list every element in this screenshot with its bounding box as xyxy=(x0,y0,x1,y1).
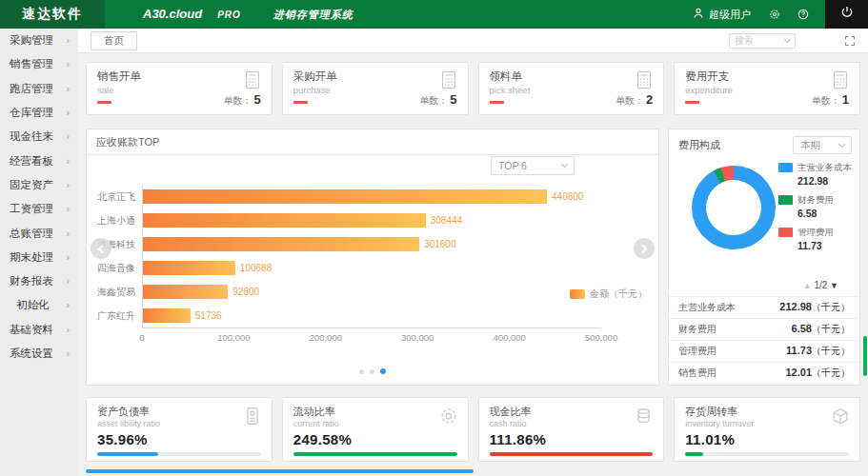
sidebar-item-label: 现金往来 xyxy=(10,129,53,144)
chevron-right-icon: › xyxy=(66,131,70,142)
id-card-icon xyxy=(242,406,263,430)
logout-power-button[interactable] xyxy=(825,0,868,29)
product-edition: PRO xyxy=(217,10,241,20)
chevron-down-icon xyxy=(784,35,791,42)
count-label: 单数： xyxy=(224,95,252,106)
chart-legend: 金额（千元） xyxy=(570,288,647,301)
chevron-right-icon: › xyxy=(66,348,70,359)
search-input[interactable] xyxy=(735,35,775,46)
bar-category-label: 北京正飞 xyxy=(96,190,142,204)
period-select[interactable]: 本期 xyxy=(793,136,852,154)
sidebar-item-general-ledger[interactable]: 总账管理› xyxy=(0,221,78,245)
sidebar-item-basic-data[interactable]: 基础资料› xyxy=(0,318,78,342)
chevron-right-icon: › xyxy=(66,252,70,263)
x-tick: 100,000 xyxy=(217,332,250,343)
kpi-value: 249.58% xyxy=(293,431,457,447)
kpi-cash-ratio[interactable]: 现金比率 cash ratio 111.86% xyxy=(478,397,665,462)
sidebar-item-cash-flow[interactable]: 现金往来› xyxy=(0,125,78,149)
expense-legend-swatch xyxy=(778,163,793,172)
receivable-bar-fill xyxy=(143,189,547,204)
sidebar-item-payroll-mgmt[interactable]: 工资管理› xyxy=(0,197,78,221)
kpi-inventory-turnover[interactable]: 存货周转率 inventory turnover 11.01% xyxy=(674,397,860,462)
bar-value-label: 100688 xyxy=(240,263,272,273)
help-icon[interactable] xyxy=(797,8,810,21)
receivable-bar-fill xyxy=(143,285,228,299)
bar-row: 洪海科技 301600 xyxy=(96,232,601,256)
card-sale-order[interactable]: 销售开单 sale 单数：5 xyxy=(86,62,273,115)
sidebar-item-business-board[interactable]: 经营看板› xyxy=(0,149,78,172)
carousel-dot-active[interactable] xyxy=(380,368,386,374)
sidebar-item-label: 期末处理 xyxy=(10,250,53,265)
card-title: 采购开单 xyxy=(293,69,457,84)
carousel-dot[interactable] xyxy=(370,369,374,374)
kpi-progress-fill xyxy=(293,452,457,456)
sidebar-item-period-end[interactable]: 期末处理› xyxy=(0,246,78,269)
kpi-progress-fill xyxy=(685,452,703,456)
bar-row: 北京正飞 440800 xyxy=(96,185,601,208)
expense-name: 管理费用 xyxy=(678,345,717,358)
chevron-down-icon xyxy=(838,140,845,147)
sidebar-item-initialization[interactable]: 初始化› xyxy=(0,293,78,317)
horizontal-scrollbar[interactable] xyxy=(86,469,474,473)
top-n-value: TOP 6 xyxy=(498,160,527,171)
kpi-current-ratio[interactable]: 流动比率 current ratio 249.58% xyxy=(282,397,469,462)
sidebar-item-store-visit-mgmt[interactable]: 跑店管理› xyxy=(0,77,78,101)
settings-icon[interactable] xyxy=(768,8,781,21)
carousel-next-button[interactable] xyxy=(634,238,655,259)
tab-home[interactable]: 首页 xyxy=(91,31,137,50)
invoice-calculator-icon xyxy=(242,69,263,94)
fullscreen-icon[interactable] xyxy=(844,35,856,47)
pager-up-icon[interactable]: ▲ xyxy=(803,281,812,290)
kpi-title: 流动比率 xyxy=(293,405,457,419)
summary-cards-row: 销售开单 sale 单数：5 采购开单 purchase 单数：5 领料单 pi… xyxy=(86,62,860,115)
legend-name: 管理费用 xyxy=(797,227,834,239)
x-tick: 0 xyxy=(139,332,144,343)
bar-category-label: 海鑫贸易 xyxy=(96,286,142,299)
kpi-progress-fill xyxy=(490,452,654,456)
card-purchase-order[interactable]: 采购开单 purchase 单数：5 xyxy=(282,62,469,115)
expense-row: 管理费用 11.73（千元） xyxy=(669,340,859,362)
kpi-value: 11.01% xyxy=(685,431,849,447)
card-title: 费用开支 xyxy=(685,69,849,84)
sidebar-item-financial-reports[interactable]: 财务报表› xyxy=(0,269,78,293)
carousel-prev-button[interactable] xyxy=(91,238,111,259)
bar-category-label: 广东红升 xyxy=(96,309,142,323)
carousel-dot[interactable] xyxy=(359,369,364,374)
topbar-right: 超级用户 xyxy=(692,0,868,29)
topbar: 速达软件 A30.cloud PRO 进销存管理系统 超级用户 xyxy=(0,0,868,29)
bar-category-label: 四海音像 xyxy=(96,262,142,275)
vertical-scrollbar[interactable] xyxy=(863,336,867,376)
count-badge: 单数：2 xyxy=(616,92,653,108)
sidebar-item-warehouse-mgmt[interactable]: 仓库管理› xyxy=(0,101,78,125)
bar-row: 广东红升 51736 xyxy=(96,304,601,327)
expense-legend-swatch xyxy=(778,228,793,237)
sidebar-item-label: 仓库管理 xyxy=(10,106,53,120)
pager-down-icon[interactable]: ▼ xyxy=(830,281,838,290)
main-content: 销售开单 sale 单数：5 采购开单 purchase 单数：5 领料单 pi… xyxy=(78,53,868,476)
legend-pager: ▲ 1/2 ▼ xyxy=(669,280,859,293)
tab-bar: 首页 xyxy=(78,29,868,53)
expense-value: 11.73 xyxy=(786,345,812,356)
expense-unit: （千元） xyxy=(812,367,850,378)
kpi-progress-track xyxy=(490,452,654,456)
expense-panel: 费用构成 本期 主营业务成本 212.98 财务费用 xyxy=(668,129,860,386)
kpi-title: 存货周转率 xyxy=(685,405,849,419)
brand: A30.cloud PRO 进销存管理系统 xyxy=(143,7,353,22)
x-axis: 0 100,000 200,000 300,000 400,000 500,00… xyxy=(142,327,601,343)
carousel-dots xyxy=(359,368,386,374)
sidebar-item-system-settings[interactable]: 系统设置› xyxy=(0,342,78,366)
user-menu[interactable]: 超级用户 xyxy=(692,7,751,22)
card-pick-sheet[interactable]: 领料单 pick sheet 单数：2 xyxy=(478,62,665,115)
bar-value-label: 301600 xyxy=(424,239,455,249)
search-box[interactable] xyxy=(729,33,796,49)
sidebar-item-fixed-assets[interactable]: 固定资产› xyxy=(0,173,78,197)
expense-rows: 主营业务成本 212.98（千元） 财务费用 6.58（千元） 管理费用 11.… xyxy=(669,296,859,384)
legend-item: 管理费用 11.73 xyxy=(778,227,852,251)
kpi-asset-liability-ratio[interactable]: 资产负债率 asset libility ratio 35.96% xyxy=(86,397,273,462)
chevron-right-icon: › xyxy=(66,204,70,214)
sidebar-item-purchase-mgmt[interactable]: 采购管理› xyxy=(0,29,78,52)
card-expenditure[interactable]: 费用开支 expenditure 单数：1 xyxy=(674,62,860,115)
top-n-select[interactable]: TOP 6 xyxy=(491,156,575,175)
bar-chart-plot: 北京正飞 440800 上海小通 308444 洪海科技 301600 四海音像… xyxy=(96,185,601,327)
sidebar-item-sales-mgmt[interactable]: 销售管理› xyxy=(0,52,78,76)
